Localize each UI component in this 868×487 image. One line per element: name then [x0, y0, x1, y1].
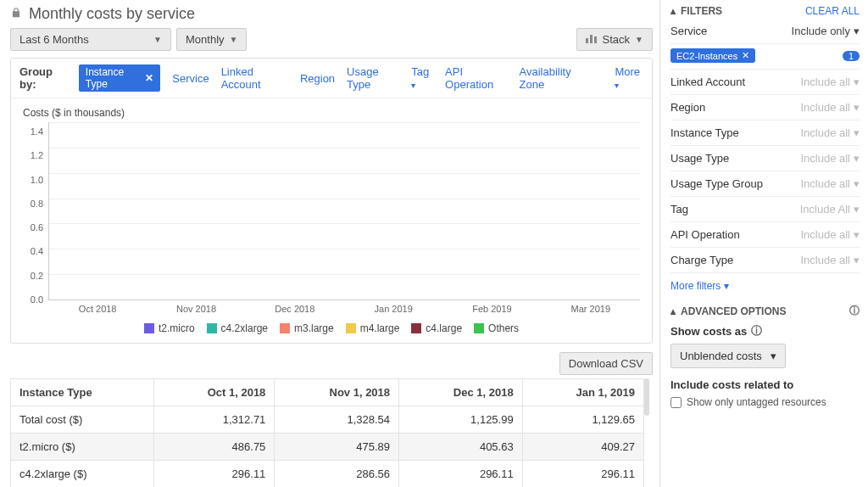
- chart-legend: t2.microc4.2xlargem3.largem4.largec4.lar…: [23, 322, 640, 334]
- filter-row-label[interactable]: Usage Type: [670, 152, 729, 165]
- date-range-dropdown[interactable]: Last 6 Months▼: [10, 28, 171, 51]
- chart-panel: Group by: Instance Type✕ Service Linked …: [10, 58, 653, 344]
- table-row: Total cost ($)1,312.711,328.541,125.991,…: [11, 406, 644, 434]
- table-header[interactable]: Dec 1, 2018: [399, 379, 523, 406]
- filter-service-label[interactable]: Service: [670, 25, 707, 37]
- filter-row-label[interactable]: API Operation: [670, 228, 740, 241]
- granularity-dropdown[interactable]: Monthly▼: [176, 28, 247, 51]
- filter-row-label[interactable]: Instance Type: [670, 126, 739, 139]
- groupby-row: Group by: Instance Type✕ Service Linked …: [11, 59, 652, 98]
- groupby-label: Group by:: [19, 65, 67, 91]
- groupby-more[interactable]: More: [615, 65, 643, 91]
- caret-icon: ▼: [153, 35, 162, 44]
- table-header[interactable]: Jan 1, 2019: [522, 379, 643, 406]
- chart-y-axis: 1.41.21.00.80.60.40.20.0: [23, 122, 48, 300]
- groupby-option-tag[interactable]: Tag: [411, 65, 433, 91]
- more-filters-link[interactable]: More filters ▾: [670, 280, 860, 292]
- groupby-option-service[interactable]: Service: [172, 72, 209, 85]
- table-scrollbar[interactable]: [644, 378, 649, 416]
- include-costs-label: Include costs related to: [670, 378, 860, 391]
- untagged-only-checkbox[interactable]: Show only untagged resources: [670, 396, 860, 408]
- lock-icon: [10, 7, 22, 21]
- legend-item[interactable]: m3.large: [280, 322, 334, 334]
- filter-row-mode[interactable]: Include all ▾: [800, 101, 860, 114]
- advanced-heading[interactable]: ▴ADVANCED OPTIONS: [670, 305, 786, 317]
- show-costs-as-label: Show costs asⓘ: [670, 323, 860, 339]
- download-csv-button[interactable]: Download CSV: [559, 352, 653, 375]
- page-title: Monthly costs by service: [29, 5, 195, 23]
- chart-y-label: Costs ($ in thousands): [23, 107, 640, 119]
- filter-row-label[interactable]: Linked Account: [670, 76, 745, 88]
- cost-mode-dropdown[interactable]: Unblended costs▾: [670, 344, 786, 368]
- chart-plot-area: [48, 122, 640, 300]
- page-title-row: Monthly costs by service: [10, 5, 653, 23]
- table-header[interactable]: Nov 1, 2018: [275, 379, 399, 406]
- filter-row-mode[interactable]: Include All ▾: [800, 203, 860, 216]
- svg-rect-2: [594, 36, 597, 43]
- filter-row-mode[interactable]: Include all ▾: [800, 177, 860, 190]
- caret-icon: ▾: [771, 350, 776, 362]
- filter-row-label[interactable]: Charge Type: [670, 254, 733, 266]
- filter-row-mode[interactable]: Include all ▾: [800, 228, 860, 241]
- svg-rect-1: [590, 35, 593, 43]
- filter-service-count: 1: [843, 51, 860, 61]
- filter-row-mode[interactable]: Include all ▾: [800, 254, 860, 266]
- filters-heading[interactable]: ▴FILTERS: [670, 5, 722, 17]
- caret-icon: ▼: [635, 35, 643, 44]
- bar-chart-icon: [586, 33, 598, 46]
- filter-row-label[interactable]: Tag: [670, 203, 688, 216]
- close-icon[interactable]: ✕: [742, 50, 749, 61]
- stack-dropdown[interactable]: Stack▼: [576, 28, 653, 51]
- caret-up-icon: ▴: [670, 305, 676, 317]
- toolbar: Last 6 Months▼ Monthly▼ Stack▼: [10, 28, 653, 51]
- filter-service-mode[interactable]: Include only ▾: [792, 25, 860, 37]
- groupby-option-availability-zone[interactable]: Availability Zone: [520, 65, 592, 91]
- filter-row-mode[interactable]: Include all ▾: [800, 76, 860, 88]
- legend-item[interactable]: Others: [474, 322, 519, 334]
- groupby-chip[interactable]: Instance Type✕: [79, 64, 160, 92]
- legend-item[interactable]: c4.large: [411, 322, 462, 334]
- filter-row-label[interactable]: Usage Type Group: [670, 177, 763, 190]
- info-icon[interactable]: ⓘ: [751, 323, 762, 339]
- groupby-option-api-operation[interactable]: API Operation: [445, 65, 507, 91]
- legend-item[interactable]: t2.micro: [144, 322, 195, 334]
- close-icon[interactable]: ✕: [145, 72, 153, 84]
- clear-all-link[interactable]: CLEAR ALL: [805, 5, 860, 17]
- svg-rect-0: [586, 38, 588, 43]
- chart-x-axis: Oct 2018Nov 2018Dec 2018Jan 2019Feb 2019…: [48, 300, 640, 314]
- filter-service-chip[interactable]: EC2-Instances✕: [670, 48, 755, 63]
- legend-item[interactable]: c4.2xlarge: [207, 322, 268, 334]
- filter-row-label[interactable]: Region: [670, 101, 705, 114]
- caret-icon: ▼: [230, 35, 238, 44]
- filter-row-mode[interactable]: Include all ▾: [800, 152, 860, 165]
- filter-row-mode[interactable]: Include all ▾: [800, 126, 860, 139]
- info-icon[interactable]: ⓘ: [849, 304, 860, 318]
- table-header[interactable]: Oct 1, 2018: [154, 379, 275, 406]
- groupby-option-region[interactable]: Region: [300, 72, 335, 85]
- legend-item[interactable]: m4.large: [346, 322, 400, 334]
- groupby-option-linked-account[interactable]: Linked Account: [221, 65, 288, 91]
- table-row: c4.2xlarge ($)296.11286.56296.11296.11: [11, 461, 644, 488]
- table-row: t2.micro ($)486.75475.89405.63409.27: [11, 434, 644, 461]
- caret-icon: ▾: [854, 25, 860, 37]
- caret-up-icon: ▴: [670, 5, 676, 17]
- table-header[interactable]: Instance Type: [11, 379, 154, 406]
- cost-table: Instance TypeOct 1, 2018Nov 1, 2018Dec 1…: [10, 378, 644, 487]
- groupby-option-usage-type[interactable]: Usage Type: [347, 65, 399, 91]
